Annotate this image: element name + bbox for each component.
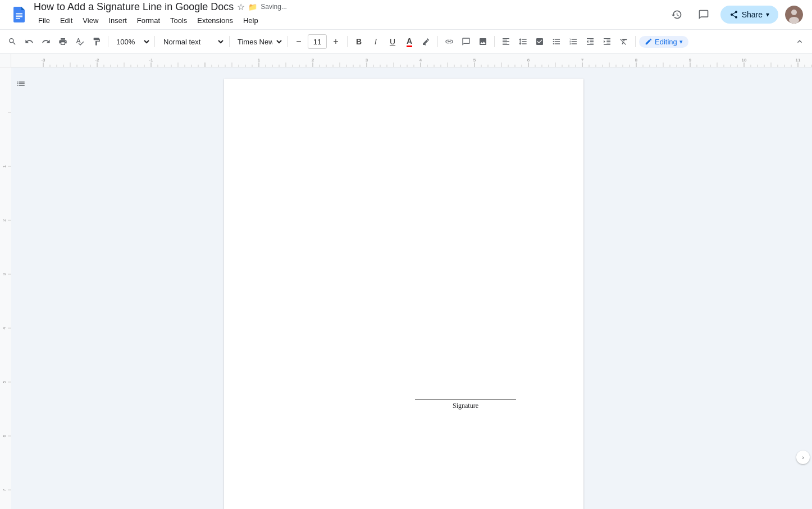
share-button[interactable]: Share ▾: [720, 6, 778, 24]
menu-bar: File Edit View Insert Format Tools Exten…: [34, 13, 662, 29]
print-button[interactable]: [55, 34, 71, 49]
title-area: How to Add a Signature Line in Google Do…: [34, 1, 662, 29]
ruler-canvas: [11, 54, 812, 67]
share-label: Share: [742, 10, 763, 19]
menu-help[interactable]: Help: [239, 15, 263, 26]
clear-format-button[interactable]: [616, 34, 632, 49]
divider-7: [494, 36, 495, 47]
ruler-spacer: [0, 54, 11, 67]
editing-mode-select[interactable]: Editing ▾: [639, 36, 688, 48]
indent-more-button[interactable]: [599, 34, 615, 49]
signature-label: Signature: [453, 402, 478, 410]
history-button[interactable]: [667, 4, 687, 25]
svg-point-3: [789, 17, 799, 24]
menu-file[interactable]: File: [34, 15, 54, 26]
undo-button[interactable]: [21, 34, 37, 49]
share-chevron-icon[interactable]: ▾: [766, 11, 769, 19]
menu-view[interactable]: View: [78, 15, 103, 26]
font-size-decrease-button[interactable]: −: [291, 34, 307, 49]
title-right: Share ▾: [667, 4, 803, 25]
numbered-list-button[interactable]: [565, 34, 581, 49]
text-style-select[interactable]: Normal text Heading 1 Heading 2 Title: [158, 34, 226, 49]
menu-extensions[interactable]: Extensions: [193, 15, 238, 26]
line-spacing-button[interactable]: [515, 34, 531, 49]
toolbar: 100% 75% 50% 150% Normal text Heading 1 …: [0, 29, 812, 54]
user-avatar[interactable]: [785, 6, 803, 24]
divider-3: [229, 36, 230, 47]
drive-folder-icon[interactable]: 📁: [248, 3, 257, 11]
vertical-ruler: [0, 67, 11, 509]
horizontal-ruler: [11, 54, 812, 67]
checklist-button[interactable]: [532, 34, 548, 49]
main-area: Signature: [0, 67, 812, 509]
editing-label: Editing: [655, 38, 677, 46]
saving-status: Saving...: [261, 3, 287, 11]
divider-1: [108, 36, 108, 47]
menu-format[interactable]: Format: [133, 15, 165, 26]
toolbar-collapse-button[interactable]: [792, 34, 808, 49]
sidebar-collapse-button[interactable]: ›: [796, 451, 810, 464]
font-size-input[interactable]: [308, 34, 327, 49]
comment-button[interactable]: [458, 34, 474, 49]
doc-title[interactable]: How to Add a Signature Line in Google Do…: [34, 1, 234, 13]
font-select[interactable]: Times New Roman Arial Calibri: [233, 34, 284, 49]
search-button[interactable]: [4, 34, 20, 49]
menu-edit[interactable]: Edit: [56, 15, 77, 26]
divider-4: [287, 36, 288, 47]
signature-line: [415, 399, 516, 399]
italic-button[interactable]: I: [368, 34, 384, 49]
divider-6: [437, 36, 438, 47]
font-size-group: − +: [291, 34, 344, 49]
comments-button[interactable]: [694, 4, 714, 25]
divider-2: [154, 36, 155, 47]
spellcheck-button[interactable]: [72, 34, 88, 49]
text-color-button[interactable]: A: [402, 34, 417, 49]
star-icon[interactable]: ☆: [237, 2, 245, 12]
doc-title-row: How to Add a Signature Line in Google Do…: [34, 1, 662, 13]
divider-8: [635, 36, 636, 47]
right-panel: [796, 67, 812, 509]
menu-tools[interactable]: Tools: [166, 15, 191, 26]
font-size-increase-button[interactable]: +: [328, 34, 344, 49]
zoom-select[interactable]: 100% 75% 50% 150%: [112, 34, 151, 49]
align-button[interactable]: [498, 34, 514, 49]
horizontal-ruler-container: [0, 54, 812, 67]
divider-5: [347, 36, 348, 47]
image-button[interactable]: [475, 34, 491, 49]
bold-button[interactable]: B: [351, 34, 367, 49]
indent-less-button[interactable]: [582, 34, 598, 49]
table-of-contents-icon[interactable]: [16, 79, 26, 91]
signature-area: Signature: [415, 399, 516, 410]
svg-point-2: [791, 10, 797, 15]
title-bar: How to Add a Signature Line in Google Do…: [0, 0, 812, 29]
editing-chevron-icon: ▾: [679, 38, 683, 46]
document-page: Signature: [224, 79, 583, 509]
underline-button[interactable]: U: [385, 34, 400, 49]
redo-button[interactable]: [38, 34, 54, 49]
link-button[interactable]: [441, 34, 457, 49]
paint-format-button[interactable]: [89, 34, 104, 49]
highlight-button[interactable]: [418, 34, 434, 49]
bullet-list-button[interactable]: [549, 34, 564, 49]
menu-insert[interactable]: Insert: [104, 15, 131, 26]
google-docs-icon: [9, 4, 29, 25]
document-area[interactable]: Signature: [11, 67, 796, 509]
